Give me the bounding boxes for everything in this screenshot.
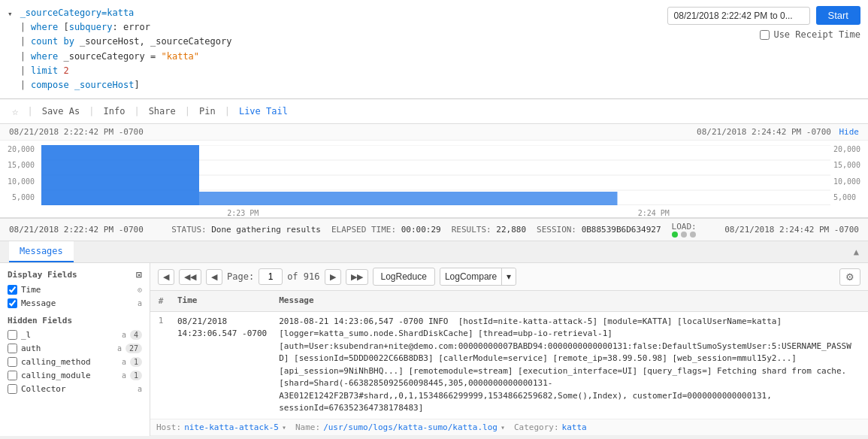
live-tail-button[interactable]: Live Tail bbox=[236, 104, 291, 118]
field-message-checkbox[interactable] bbox=[8, 298, 17, 308]
chart-right-time: 08/21/2018 2:24:42 PM -0700 bbox=[697, 127, 831, 137]
hidden-field-calling-module-checkbox[interactable] bbox=[8, 371, 17, 380]
next-page-button[interactable]: ▶ bbox=[325, 269, 341, 285]
receipt-time-label: Use Receipt Time bbox=[773, 29, 860, 40]
collapse-messages-icon[interactable]: ▲ bbox=[854, 247, 859, 257]
field-time: Time ⊙ bbox=[8, 285, 142, 295]
status-value: Done gathering results bbox=[211, 225, 321, 235]
host-caret-icon: ▾ bbox=[282, 423, 286, 431]
settings-button[interactable]: ⚙ bbox=[839, 268, 860, 286]
hidden-field-collector: Collector a bbox=[8, 384, 142, 394]
messages-tab[interactable]: Messages bbox=[9, 241, 74, 262]
calling-module-icon: a bbox=[122, 371, 126, 380]
receipt-row: Use Receipt Time bbox=[760, 29, 860, 40]
table-row: 1 08/21/201814:23:06.547 -0700 2018-08-2… bbox=[150, 311, 868, 419]
dot-gray-1 bbox=[681, 232, 687, 238]
field-message: Message a bbox=[8, 298, 142, 308]
pin-button[interactable]: Pin bbox=[196, 104, 219, 118]
dot-gray-2 bbox=[690, 232, 696, 238]
calling-module-badge: 1 bbox=[130, 371, 142, 380]
auth-badge: 27 bbox=[126, 344, 142, 353]
status-info: STATUS: Done gathering results ELAPSED T… bbox=[171, 222, 696, 238]
elapsed-value: 00:00:29 bbox=[401, 225, 441, 235]
row-footer: Host: nite-katta-attack-5 ▾ Name: /usr/s… bbox=[150, 419, 868, 436]
dot-green bbox=[672, 232, 678, 238]
chevron-down-icon: ▾ bbox=[8, 9, 13, 19]
time-icon: ⊙ bbox=[138, 286, 142, 294]
left-panel: Display Fields ⊡ Time ⊙ Message a Hidden… bbox=[0, 263, 150, 436]
l-badge: 4 bbox=[130, 330, 142, 340]
row-num: 1 bbox=[150, 311, 171, 419]
chart-hide-link[interactable]: Hide bbox=[839, 127, 860, 137]
footer-host-val[interactable]: nite-katta-attack-5 bbox=[184, 422, 279, 432]
footer-category: Category: katta bbox=[514, 422, 587, 432]
calling-method-badge: 1 bbox=[130, 357, 142, 367]
chart-y-labels-right: 20,000 15,000 10,000 5,000 bbox=[833, 145, 863, 201]
receipt-time-checkbox[interactable] bbox=[760, 30, 770, 40]
time-range-row: Start bbox=[667, 6, 860, 25]
field-time-checkbox[interactable] bbox=[8, 285, 17, 295]
col-header-num: # bbox=[150, 291, 171, 311]
hidden-field-auth: auth a 27 bbox=[8, 344, 142, 353]
display-fields-title: Display Fields ⊡ bbox=[8, 269, 142, 280]
table-toolbar: ◀ ◀◀ ◀ Page: of 916 ▶ ▶▶ LogReduce LogCo… bbox=[150, 263, 868, 291]
display-fields-icon[interactable]: ⊡ bbox=[136, 269, 142, 280]
chart-x-label-1: 2:23 PM bbox=[227, 209, 259, 217]
time-range-input[interactable] bbox=[667, 7, 810, 25]
results-value: 22,880 bbox=[496, 225, 526, 235]
col-header-message: Message bbox=[273, 291, 868, 311]
status-right-time: 08/21/2018 2:24:42 PM -0700 bbox=[724, 225, 859, 235]
page-label: Page: bbox=[227, 271, 254, 282]
page-input[interactable] bbox=[259, 268, 283, 285]
footer-name: Name: /usr/sumo/logs/katta-sumo/katta.lo… bbox=[295, 422, 505, 432]
col-header-time: Time bbox=[171, 291, 273, 311]
session-value: 0B88539B6D634927 bbox=[582, 225, 661, 235]
hidden-fields-title: Hidden Fields bbox=[8, 316, 142, 325]
star-icon[interactable]: ☆ bbox=[9, 104, 21, 119]
svg-rect-6 bbox=[199, 192, 618, 205]
hidden-field-calling-method: calling_method a 1 bbox=[8, 357, 142, 367]
hidden-field-l-checkbox[interactable] bbox=[8, 330, 17, 340]
chart-section: 08/21/2018 2:22:42 PM -0700 08/21/2018 2… bbox=[0, 124, 868, 218]
chart-x-labels: 2:23 PM 2:24 PM bbox=[0, 209, 868, 217]
footer-host: Host: nite-katta-attack-5 ▾ bbox=[156, 422, 286, 432]
hidden-field-collector-checkbox[interactable] bbox=[8, 384, 17, 394]
auth-icon: a bbox=[117, 344, 122, 353]
query-content: _sourceCategory=katta | where [subquery:… bbox=[20, 6, 660, 92]
message-table: # Time Message 1 08/21/201814:23:06.547 … bbox=[150, 291, 868, 436]
query-toggle[interactable]: ▾ bbox=[8, 9, 13, 19]
footer-name-val[interactable]: /usr/sumo/logs/katta-sumo/katta.log bbox=[323, 422, 498, 432]
chart-left-time: 08/21/2018 2:22:42 PM -0700 bbox=[9, 127, 144, 137]
start-button[interactable]: Start bbox=[816, 6, 860, 25]
chart-header: 08/21/2018 2:22:42 PM -0700 08/21/2018 2… bbox=[0, 124, 868, 141]
hidden-field-auth-checkbox[interactable] bbox=[8, 344, 17, 353]
query-source: _sourceCategory=katta bbox=[20, 8, 135, 18]
prev-button[interactable]: ◀◀ bbox=[179, 269, 201, 285]
hidden-field-l: _l a 4 bbox=[8, 330, 142, 340]
logreduce-button[interactable]: LogReduce bbox=[373, 268, 435, 286]
name-caret-icon: ▾ bbox=[501, 423, 505, 431]
calling-method-icon: a bbox=[122, 358, 126, 366]
footer-cat-val[interactable]: katta bbox=[562, 422, 587, 432]
message-icon: a bbox=[138, 299, 142, 307]
info-button[interactable]: Info bbox=[100, 104, 128, 118]
save-as-button[interactable]: Save As bbox=[39, 104, 83, 118]
messages-tabs: Messages ▲ bbox=[0, 241, 868, 263]
logcompare-button[interactable]: LogCompare bbox=[440, 268, 502, 285]
collector-icon: a bbox=[138, 385, 142, 393]
status-bar: 08/21/2018 2:22:42 PM -0700 STATUS: Done… bbox=[0, 218, 868, 241]
share-button[interactable]: Share bbox=[146, 104, 179, 118]
messages-body: Display Fields ⊡ Time ⊙ Message a Hidden… bbox=[0, 263, 868, 436]
logcompare-dropdown[interactable]: ▾ bbox=[502, 268, 516, 285]
row-message: 2018-08-21 14:23:06,547 -0700 INFO [host… bbox=[273, 311, 868, 419]
hidden-field-calling-module: calling_module a 1 bbox=[8, 371, 142, 380]
status-left-time: 08/21/2018 2:22:42 PM -0700 bbox=[9, 225, 144, 235]
messages-section: Messages ▲ Display Fields ⊡ Time ⊙ Messa… bbox=[0, 241, 868, 436]
next-last-button[interactable]: ▶▶ bbox=[346, 269, 368, 285]
prev-page-button[interactable]: ◀ bbox=[206, 269, 222, 285]
svg-rect-5 bbox=[41, 145, 199, 205]
chart-y-labels: 20,000 15,000 10,000 5,000 bbox=[5, 145, 35, 201]
right-panel: ◀ ◀◀ ◀ Page: of 916 ▶ ▶▶ LogReduce LogCo… bbox=[150, 263, 868, 436]
prev-first-button[interactable]: ◀ bbox=[158, 269, 174, 285]
hidden-field-calling-method-checkbox[interactable] bbox=[8, 357, 17, 367]
